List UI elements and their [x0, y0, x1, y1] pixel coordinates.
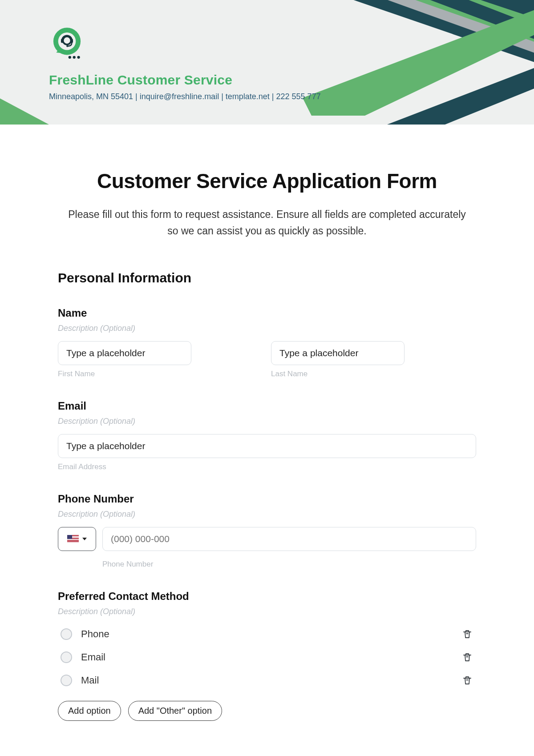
form-content: Customer Service Application Form Please…	[0, 125, 534, 748]
trash-icon	[462, 675, 473, 686]
contact-option-row: Phone	[58, 623, 476, 646]
trash-icon	[462, 629, 473, 639]
contact-option-label[interactable]: Mail	[81, 675, 461, 686]
contact-option-row: Email	[58, 646, 476, 669]
section-personal-heading: Personal Information	[58, 270, 476, 286]
company-logo	[49, 24, 89, 64]
email-label: Email	[58, 400, 476, 412]
svg-marker-5	[387, 58, 534, 125]
country-code-select[interactable]	[58, 527, 96, 551]
svg-point-13	[69, 56, 71, 59]
email-desc[interactable]: Description (Optional)	[58, 417, 476, 426]
chevron-down-icon	[82, 538, 87, 540]
svg-marker-4	[303, 0, 534, 116]
svg-point-12	[66, 45, 69, 47]
radio-phone[interactable]	[61, 628, 72, 640]
phone-desc[interactable]: Description (Optional)	[58, 510, 476, 519]
name-label: Name	[58, 307, 476, 319]
contact-method-field: Preferred Contact Method Description (Op…	[58, 590, 476, 721]
page-intro: Please fill out this form to request ass…	[58, 206, 476, 239]
contact-method-desc[interactable]: Description (Optional)	[58, 607, 476, 616]
phone-field: Phone Number Description (Optional) Phon…	[58, 493, 476, 569]
svg-rect-10	[61, 39, 63, 43]
name-desc[interactable]: Description (Optional)	[58, 324, 476, 333]
header-banner: FreshLine Customer Service Minneapolis, …	[0, 0, 534, 125]
contact-option-row: Mail	[58, 669, 476, 692]
contact-option-label[interactable]: Phone	[81, 628, 461, 640]
phone-label: Phone Number	[58, 493, 476, 505]
email-sublabel: Email Address	[58, 462, 476, 471]
svg-point-15	[77, 56, 80, 59]
add-option-button[interactable]: Add option	[58, 701, 121, 721]
phone-input[interactable]	[102, 527, 476, 551]
contact-method-label: Preferred Contact Method	[58, 590, 476, 603]
page-title: Customer Service Application Form	[58, 169, 476, 193]
company-subline: Minneapolis, MN 55401 | inquire@freshlin…	[49, 92, 321, 101]
contact-option-label[interactable]: Email	[81, 651, 461, 663]
svg-marker-1	[312, 0, 534, 58]
company-name: FreshLine Customer Service	[49, 72, 321, 88]
first-name-input[interactable]	[58, 341, 191, 365]
delete-option-button[interactable]	[461, 628, 473, 640]
last-name-input[interactable]	[271, 341, 405, 365]
email-input[interactable]	[58, 434, 476, 458]
last-name-sublabel: Last Name	[271, 370, 476, 378]
radio-email[interactable]	[61, 651, 72, 663]
first-name-sublabel: First Name	[58, 370, 263, 378]
add-other-option-button[interactable]: Add "Other" option	[128, 701, 222, 721]
delete-option-button[interactable]	[461, 651, 473, 664]
delete-option-button[interactable]	[461, 674, 473, 687]
svg-marker-3	[383, 0, 534, 49]
radio-mail[interactable]	[61, 675, 72, 686]
name-field: Name Description (Optional) First Name L…	[58, 307, 476, 378]
svg-marker-2	[338, 0, 534, 62]
phone-sublabel: Phone Number	[102, 560, 476, 569]
logo-block: FreshLine Customer Service Minneapolis, …	[49, 24, 321, 101]
svg-point-14	[73, 56, 76, 59]
email-field: Email Description (Optional) Email Addre…	[58, 400, 476, 471]
trash-icon	[462, 652, 473, 663]
svg-marker-6	[0, 89, 49, 125]
us-flag-icon	[67, 535, 79, 543]
